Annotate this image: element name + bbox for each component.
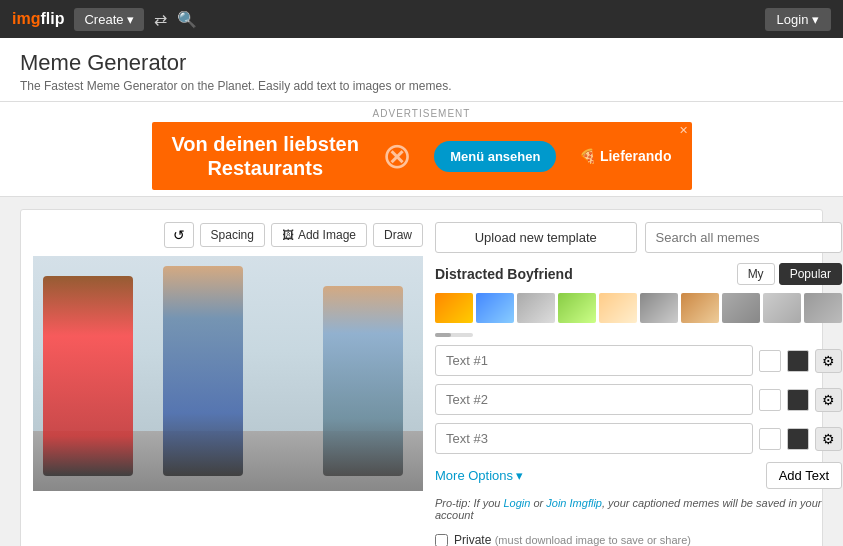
login-label: Login <box>777 12 809 27</box>
shuffle-icon[interactable]: ⇄ <box>154 10 167 29</box>
page-header: Meme Generator The Fastest Meme Generato… <box>0 38 843 102</box>
top-navigation: imgflip Create ▾ ⇄ 🔍 Login ▾ <box>0 0 843 38</box>
draw-label: Draw <box>384 228 412 242</box>
generator-panel: ↺ Spacing 🖼 Add Image Draw <box>20 209 823 546</box>
ad-brand: 🍕 Lieferando <box>579 148 671 164</box>
text-row-1: ⚙ <box>435 345 842 376</box>
ad-banner: ✕ Von deinen liebsten Restaurants ⊗ Menü… <box>152 122 692 190</box>
thumb-item[interactable] <box>763 293 801 323</box>
thumb-item[interactable] <box>681 293 719 323</box>
thumb-item[interactable] <box>599 293 637 323</box>
add-image-label: Add Image <box>298 228 356 242</box>
search-icon[interactable]: 🔍 <box>177 10 197 29</box>
spacing-button[interactable]: Spacing <box>200 223 265 247</box>
chevron-down-icon: ▾ <box>812 12 819 27</box>
spacing-label: Spacing <box>211 228 254 242</box>
join-link[interactable]: Join Imgflip <box>546 497 602 509</box>
filter-tabs: My Popular <box>737 263 842 285</box>
thumb-item[interactable] <box>517 293 555 323</box>
page-subtitle: The Fastest Meme Generator on the Planet… <box>20 79 823 93</box>
thumb-item[interactable] <box>476 293 514 323</box>
thumb-item[interactable] <box>435 293 473 323</box>
meme-canvas <box>33 256 423 491</box>
add-image-button[interactable]: 🖼 Add Image <box>271 223 367 247</box>
ad-symbol: ⊗ <box>382 135 412 177</box>
thumb-item[interactable] <box>722 293 760 323</box>
text-settings-button-2[interactable]: ⚙ <box>815 388 842 412</box>
site-logo: imgflip <box>12 10 64 28</box>
upload-template-button[interactable]: Upload new template <box>435 222 637 253</box>
text-settings-button-3[interactable]: ⚙ <box>815 427 842 451</box>
right-panel: Upload new template Distracted Boyfriend… <box>435 222 842 546</box>
chevron-down-icon: ▾ <box>127 12 134 27</box>
top-actions: Upload new template <box>435 222 842 253</box>
meme-title: Distracted Boyfriend <box>435 266 573 282</box>
text-input-2[interactable] <box>435 384 753 415</box>
filter-tab-my[interactable]: My <box>737 263 775 285</box>
more-options-button[interactable]: More Options ▾ <box>435 468 523 483</box>
person-center-figure <box>163 266 243 476</box>
nav-right: Login ▾ <box>765 8 831 31</box>
thumb-item[interactable] <box>640 293 678 323</box>
search-memes-input[interactable] <box>645 222 843 253</box>
ad-text-line1: Von deinen liebsten <box>172 132 359 156</box>
draw-button[interactable]: Draw <box>373 223 423 247</box>
text-row-2: ⚙ <box>435 384 842 415</box>
login-link[interactable]: Login <box>503 497 530 509</box>
ad-label: ADVERTISEMENT <box>20 108 823 119</box>
add-text-button[interactable]: Add Text <box>766 462 842 489</box>
text-settings-button-1[interactable]: ⚙ <box>815 349 842 373</box>
thumb-item[interactable] <box>558 293 596 323</box>
nav-left: imgflip Create ▾ ⇄ 🔍 <box>12 8 197 31</box>
login-button[interactable]: Login ▾ <box>765 8 831 31</box>
color-swatch-black-2[interactable] <box>787 389 809 411</box>
page-title: Meme Generator <box>20 50 823 76</box>
ad-cta-button[interactable]: Menü ansehen <box>434 141 556 172</box>
private-sub-text: (must download image to save or share) <box>495 534 691 546</box>
private-label-text: Private <box>454 533 491 546</box>
color-swatch-black-3[interactable] <box>787 428 809 450</box>
color-swatch-white-3[interactable] <box>759 428 781 450</box>
scroll-bar <box>435 333 451 337</box>
filter-tab-popular[interactable]: Popular <box>779 263 842 285</box>
meme-title-row: Distracted Boyfriend My Popular <box>435 263 842 285</box>
thumbnail-container <box>435 293 842 323</box>
ad-close-icon[interactable]: ✕ <box>679 124 688 137</box>
options-row: More Options ▾ Add Text <box>435 462 842 489</box>
ad-text-line2: Restaurants <box>172 156 359 180</box>
scroll-indicator <box>435 333 473 337</box>
text-row-3: ⚙ <box>435 423 842 454</box>
thumb-item[interactable] <box>804 293 842 323</box>
chevron-down-icon: ▾ <box>516 468 523 483</box>
pro-tip: Pro-tip: If you Login or Join Imgflip, y… <box>435 497 842 521</box>
color-swatch-black-1[interactable] <box>787 350 809 372</box>
person-left-figure <box>43 276 133 476</box>
main-content: ↺ Spacing 🖼 Add Image Draw <box>0 197 843 546</box>
private-checkbox-row: Private (must download image to save or … <box>435 533 842 546</box>
color-swatch-white-1[interactable] <box>759 350 781 372</box>
editor-toolbar: ↺ Spacing 🖼 Add Image Draw <box>33 222 423 248</box>
ad-text: Von deinen liebsten Restaurants <box>172 132 359 180</box>
rotate-button[interactable]: ↺ <box>164 222 194 248</box>
text-input-1[interactable] <box>435 345 753 376</box>
left-panel: ↺ Spacing 🖼 Add Image Draw <box>33 222 423 546</box>
advertisement-section: ADVERTISEMENT ✕ Von deinen liebsten Rest… <box>0 102 843 197</box>
image-icon: 🖼 <box>282 228 294 242</box>
create-button[interactable]: Create ▾ <box>74 8 144 31</box>
create-label: Create <box>84 12 123 27</box>
private-checkbox[interactable] <box>435 534 448 547</box>
thumbnail-strip <box>435 293 842 323</box>
person-right-figure <box>323 286 403 476</box>
color-swatch-white-2[interactable] <box>759 389 781 411</box>
ad-brand-name: Lieferando <box>600 148 672 164</box>
private-label[interactable]: Private (must download image to save or … <box>454 533 691 546</box>
more-options-label: More Options <box>435 468 513 483</box>
text-input-3[interactable] <box>435 423 753 454</box>
